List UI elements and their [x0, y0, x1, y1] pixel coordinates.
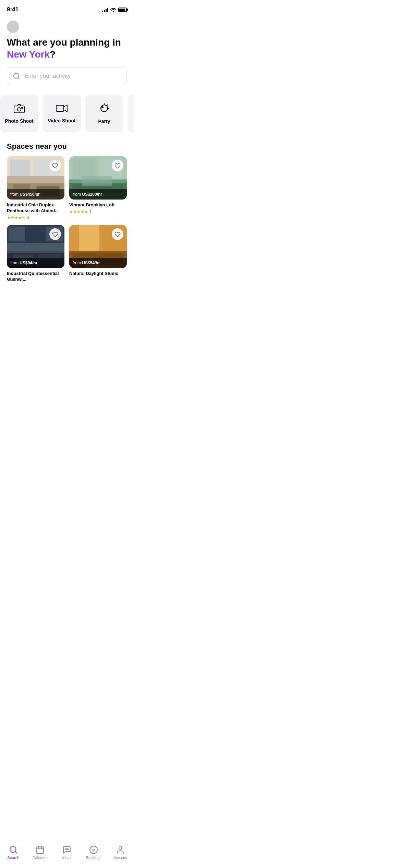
favorite-button-1[interactable] — [49, 160, 61, 171]
space-image-1: from US$450/hr — [7, 156, 64, 200]
svg-rect-5 — [56, 105, 64, 111]
space-name-2: Vibrant Brooklyn Loft — [69, 202, 127, 208]
stars-2: ★★★★★ — [69, 209, 88, 214]
status-icons — [102, 7, 127, 12]
space-image-3: from US$94/hr — [7, 225, 64, 268]
price-badge-2: from US$200/hr — [69, 189, 127, 200]
favorite-button-3[interactable] — [49, 228, 61, 240]
svg-point-3 — [17, 108, 21, 111]
disco-icon — [99, 103, 109, 115]
svg-rect-17 — [10, 160, 30, 176]
status-bar: 9:41 — [0, 0, 134, 17]
avatar — [7, 21, 19, 33]
category-label-party: Party — [98, 119, 110, 124]
space-name-3: Industrial Quintessential Bushwi... — [7, 271, 64, 282]
camera-icon — [14, 104, 25, 115]
categories: Photo Shoot Video Shoot P — [0, 95, 134, 132]
spaces-section: Spaces near you — [0, 142, 134, 282]
categories-wrapper: Photo Shoot Video Shoot P — [0, 95, 134, 132]
signal-icon — [102, 7, 108, 12]
review-count-1: 4 — [27, 215, 29, 220]
headline: What are you planning in New York? — [7, 36, 127, 60]
battery-icon — [118, 8, 127, 12]
search-icon — [13, 72, 20, 80]
svg-line-1 — [18, 77, 19, 79]
space-card-2[interactable]: from US$200/hr Vibrant Brooklyn Loft ★★★… — [69, 156, 127, 220]
space-image-4: from US$54/hr — [69, 225, 127, 268]
spaces-section-title: Spaces near you — [0, 142, 134, 151]
search-bar[interactable]: Enter your activity — [7, 67, 127, 85]
category-party[interactable]: Party — [85, 95, 123, 132]
price-badge-3: from US$94/hr — [7, 258, 64, 268]
space-card-3[interactable]: from US$94/hr Industrial Quintessential … — [7, 225, 64, 282]
price-badge-1: from US$450/hr — [7, 189, 64, 200]
svg-rect-2 — [14, 106, 24, 113]
space-image-2: from US$200/hr — [69, 156, 127, 200]
wifi-icon — [110, 8, 116, 12]
main-content: What are you planning in New York? Enter… — [0, 36, 134, 85]
space-rating-1: ★★★★½ 4 — [7, 215, 64, 220]
price-badge-4: from US$54/hr — [69, 258, 127, 268]
favorite-button-4[interactable] — [112, 228, 123, 240]
space-name-1: Industrial Chic Duplex Penthouse with Ab… — [7, 202, 64, 214]
video-icon — [56, 104, 68, 114]
space-name-4: Natural Daylight Studio — [69, 271, 127, 277]
search-placeholder: Enter your activity — [24, 73, 71, 80]
svg-rect-28 — [82, 176, 112, 186]
svg-rect-32 — [9, 227, 25, 241]
category-label-photo-shoot: Photo Shoot — [5, 118, 33, 124]
svg-rect-39 — [79, 225, 99, 251]
category-label-video-shoot: Video Shoot — [48, 118, 75, 123]
svg-line-8 — [107, 105, 108, 106]
svg-rect-4 — [22, 107, 23, 108]
spaces-grid: from US$450/hr Industrial Chic Duplex Pe… — [0, 156, 134, 282]
favorite-button-2[interactable] — [112, 160, 123, 171]
stars-1: ★★★★½ — [7, 215, 25, 220]
category-photo-shoot[interactable]: Photo Shoot — [0, 95, 38, 132]
review-count-2: 1 — [89, 209, 92, 214]
space-card-4[interactable]: from US$54/hr Natural Daylight Studio — [69, 225, 127, 282]
space-rating-2: ★★★★★ 1 — [69, 209, 127, 214]
space-card-1[interactable]: from US$450/hr Industrial Chic Duplex Pe… — [7, 156, 64, 220]
category-meeting[interactable]: Meeting — [127, 95, 134, 132]
status-time: 9:41 — [7, 6, 19, 13]
category-video-shoot[interactable]: Video Shoot — [42, 95, 81, 132]
